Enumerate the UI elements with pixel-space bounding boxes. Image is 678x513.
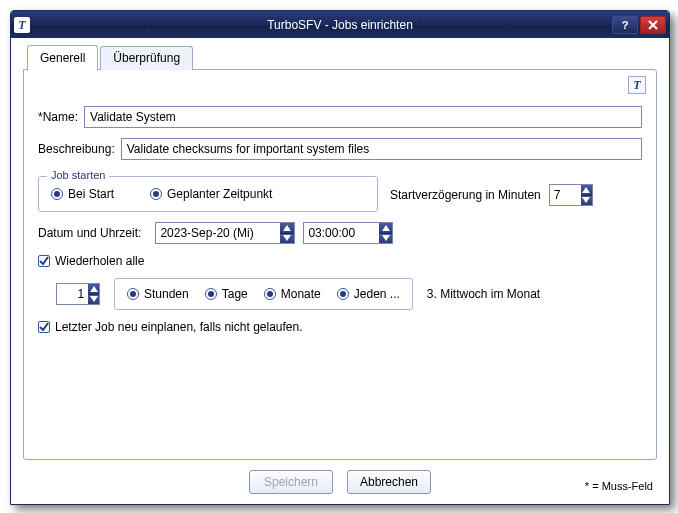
radio-dot-icon xyxy=(264,288,276,300)
start-delay-label: Startverzögerung in Minuten xyxy=(390,188,541,202)
save-button[interactable]: Speichern xyxy=(249,470,333,494)
date-input[interactable] xyxy=(156,223,280,243)
radio-days-label: Tage xyxy=(222,287,248,301)
name-input[interactable] xyxy=(84,106,642,128)
spinner-up-icon[interactable] xyxy=(280,223,294,234)
app-icon: T xyxy=(14,17,30,33)
spinner-up-icon[interactable] xyxy=(88,284,99,295)
spinner-down-icon[interactable] xyxy=(88,295,99,305)
titlebar: T TurboSFV - Jobs einrichten ? xyxy=(11,11,669,38)
radio-scheduled[interactable]: Geplanter Zeitpunkt xyxy=(150,187,272,201)
date-spinner[interactable] xyxy=(155,222,295,244)
name-label: *Name: xyxy=(38,110,78,124)
dialog-window: T TurboSFV - Jobs einrichten ? Generell … xyxy=(10,10,670,505)
radio-scheduled-label: Geplanter Zeitpunkt xyxy=(167,187,272,201)
radio-dot-icon xyxy=(205,288,217,300)
radio-at-start-label: Bei Start xyxy=(68,187,114,201)
radio-hours-label: Stunden xyxy=(144,287,189,301)
radio-hours[interactable]: Stunden xyxy=(127,287,189,301)
spinner-down-icon[interactable] xyxy=(581,196,592,206)
repeat-checkbox[interactable]: Wiederholen alle xyxy=(38,254,144,268)
radio-at-start[interactable]: Bei Start xyxy=(51,187,114,201)
description-input[interactable] xyxy=(121,138,642,160)
help-button[interactable]: ? xyxy=(612,16,638,34)
time-input[interactable] xyxy=(304,223,379,243)
radio-dot-icon xyxy=(337,288,349,300)
repeat-label: Wiederholen alle xyxy=(55,254,144,268)
start-delay-spinner[interactable] xyxy=(549,184,593,206)
job-start-legend: Job starten xyxy=(47,169,109,181)
required-field-hint: * = Muss-Feld xyxy=(585,480,653,492)
spinner-up-icon[interactable] xyxy=(379,223,392,234)
description-label: Beschreibung: xyxy=(38,142,115,156)
checkbox-icon xyxy=(38,321,50,333)
schedule-hint: 3. Mittwoch im Monat xyxy=(427,287,540,301)
spinner-down-icon[interactable] xyxy=(379,234,392,244)
reschedule-label: Letzter Job neu einplanen, falls nicht g… xyxy=(55,320,303,334)
radio-every-label: Jeden ... xyxy=(354,287,400,301)
titlebar-decor xyxy=(36,11,589,38)
tab-strip: Generell Überprüfung xyxy=(23,46,657,70)
tab-general[interactable]: Generell xyxy=(27,45,98,71)
tab-panel-general: T *Name: Beschreibung: Job starten Bei S… xyxy=(23,69,657,460)
repeat-count-input[interactable] xyxy=(57,284,88,304)
tab-verify[interactable]: Überprüfung xyxy=(100,46,193,70)
radio-dot-icon xyxy=(150,188,162,200)
checkbox-icon xyxy=(38,255,50,267)
window-title: TurboSFV - Jobs einrichten xyxy=(11,18,669,32)
repeat-count-spinner[interactable] xyxy=(56,283,100,305)
svg-text:?: ? xyxy=(622,19,629,31)
radio-dot-icon xyxy=(51,188,63,200)
dialog-footer: Speichern Abbrechen * = Muss-Feld xyxy=(23,470,657,494)
help-context-icon[interactable]: T xyxy=(628,76,646,94)
spinner-down-icon[interactable] xyxy=(280,234,294,244)
time-spinner[interactable] xyxy=(303,222,393,244)
radio-dot-icon xyxy=(127,288,139,300)
close-button[interactable] xyxy=(640,16,666,34)
radio-days[interactable]: Tage xyxy=(205,287,248,301)
radio-months[interactable]: Monate xyxy=(264,287,321,301)
radio-months-label: Monate xyxy=(281,287,321,301)
repeat-unit-group: Stunden Tage Monate Jeden ... xyxy=(114,278,413,310)
reschedule-checkbox[interactable]: Letzter Job neu einplanen, falls nicht g… xyxy=(38,320,303,334)
start-delay-input[interactable] xyxy=(550,185,581,205)
spinner-up-icon[interactable] xyxy=(581,185,592,196)
radio-every[interactable]: Jeden ... xyxy=(337,287,400,301)
job-start-group: Job starten Bei Start Geplanter Zeitpunk… xyxy=(38,176,378,212)
cancel-button[interactable]: Abbrechen xyxy=(347,470,431,494)
datetime-label: Datum und Uhrzeit: xyxy=(38,226,141,240)
